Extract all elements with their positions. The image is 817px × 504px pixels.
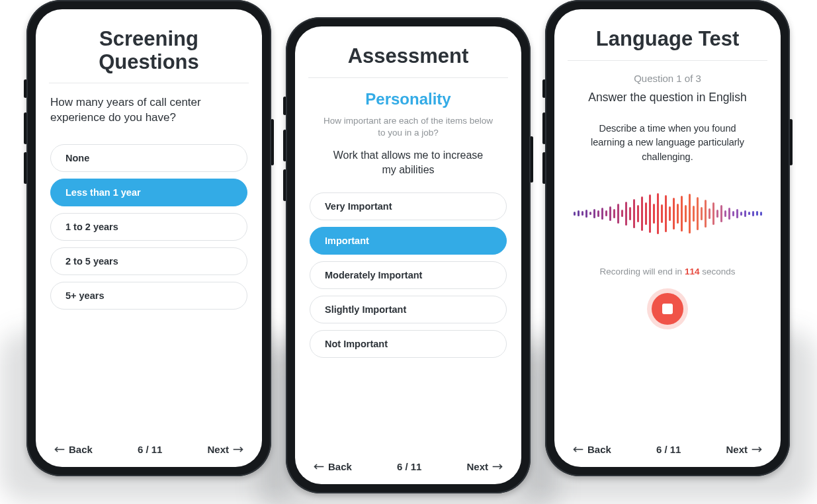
back-button[interactable]: 🡐Back — [573, 444, 611, 455]
arrow-right-icon: 🡒 — [492, 462, 503, 472]
page-indicator: 6 / 11 — [397, 461, 422, 472]
arrow-right-icon: 🡒 — [752, 444, 762, 455]
language-prompt: Describe a time when you found learning … — [585, 122, 750, 165]
assessment-section: Personality — [310, 90, 507, 108]
option-2[interactable]: 1 to 2 years — [50, 213, 247, 241]
arrow-left-icon: 🡐 — [54, 444, 65, 455]
arrow-left-icon: 🡐 — [314, 462, 324, 472]
phone-assessment: Assessment Personality How important are… — [286, 17, 531, 493]
phone-screening: ScreeningQuestions How many years of cal… — [26, 0, 271, 476]
language-instruction: Answer the question in English — [569, 91, 766, 105]
arrow-left-icon: 🡐 — [573, 444, 583, 455]
divider — [49, 83, 249, 83]
phone-language-test: Language Test Question 1 of 3 Answer the… — [545, 0, 790, 476]
option-4[interactable]: 5+ years — [50, 282, 247, 310]
back-button[interactable]: 🡐Back — [54, 444, 93, 455]
option-3[interactable]: Slightly Important — [310, 296, 507, 323]
arrow-right-icon: 🡒 — [233, 444, 243, 455]
option-4[interactable]: Not Important — [310, 330, 507, 358]
footer-nav: 🡐Back 6 / 11 Next🡒 — [569, 436, 766, 455]
page-indicator: 6 / 11 — [656, 444, 681, 455]
recording-countdown: Recording will end in 114 seconds — [569, 267, 766, 276]
assessment-lead: How important are each of the items belo… — [319, 115, 497, 139]
option-3[interactable]: 2 to 5 years — [50, 247, 247, 275]
language-title: Language Test — [569, 28, 766, 51]
assessment-options: Very ImportantImportantModerately Import… — [310, 192, 507, 358]
stop-icon — [662, 304, 673, 314]
divider — [308, 77, 508, 78]
option-1[interactable]: Less than 1 year — [50, 179, 247, 206]
back-button[interactable]: 🡐Back — [314, 461, 352, 472]
next-button[interactable]: Next🡒 — [726, 444, 762, 455]
assessment-title: Assessment — [310, 45, 507, 68]
screening-question: How many years of call center experience… — [50, 95, 247, 126]
divider — [568, 60, 767, 61]
screening-title: ScreeningQuestions — [50, 28, 247, 73]
next-button[interactable]: Next🡒 — [466, 461, 503, 472]
page-indicator: 6 / 11 — [138, 444, 163, 455]
footer-nav: 🡐Back 6 / 11 Next🡒 — [310, 453, 507, 472]
option-1[interactable]: Important — [310, 227, 507, 255]
stop-recording-button[interactable] — [647, 288, 688, 329]
option-0[interactable]: None — [50, 144, 247, 172]
screening-options: NoneLess than 1 year1 to 2 years2 to 5 y… — [50, 144, 247, 310]
question-counter: Question 1 of 3 — [569, 73, 766, 84]
next-button[interactable]: Next🡒 — [207, 444, 243, 455]
footer-nav: 🡐Back 6 / 11 Next🡒 — [50, 436, 247, 455]
audio-waveform-icon — [569, 187, 766, 240]
option-0[interactable]: Very Important — [310, 192, 507, 220]
option-2[interactable]: Moderately Important — [310, 261, 507, 289]
assessment-statement: Work that allows me to increase my abili… — [329, 148, 488, 177]
